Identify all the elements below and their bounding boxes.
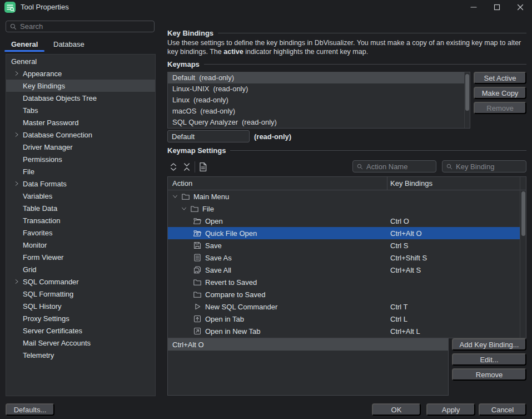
chevron-right-icon — [13, 70, 20, 77]
scrollbar-thumb[interactable] — [521, 191, 525, 236]
app-icon — [4, 2, 16, 13]
folder-icon — [193, 290, 202, 299]
keymap-item-linux-unix[interactable]: Linux-UNIX(read-only) — [168, 83, 464, 95]
save-icon — [193, 241, 202, 250]
remove-keymap-button: Remove — [474, 102, 526, 114]
sidebar-item-form-viewer[interactable]: Form Viewer — [6, 251, 155, 263]
make-copy-button[interactable]: Make Copy — [474, 87, 526, 99]
sidebar-item-variables[interactable]: Variables — [6, 190, 155, 202]
keymaps-scrollbar[interactable] — [464, 72, 470, 128]
sidebar-item-database-connection[interactable]: Database Connection — [6, 129, 155, 141]
edit-binding-button[interactable]: Edit... — [452, 353, 526, 366]
read-only-label: (read-only) — [254, 132, 291, 141]
minimize-button[interactable] — [462, 0, 485, 14]
sidebar-group-general: General — [6, 55, 155, 67]
sidebar-item-grid[interactable]: Grid — [6, 263, 155, 275]
sidebar-item-key-bindings[interactable]: Key Bindings — [6, 80, 155, 92]
chevron-right-icon — [13, 131, 20, 138]
tree-row-file[interactable]: File — [168, 203, 520, 215]
tab-general[interactable]: General — [11, 39, 38, 50]
sidebar-item-telemetry[interactable]: Telemetry — [6, 349, 155, 361]
search-input[interactable] — [20, 22, 151, 31]
save-as-icon — [193, 253, 202, 262]
tree-row-open-in-tab[interactable]: Open in Tab Ctrl L — [168, 313, 520, 325]
sidebar-item-proxy-settings[interactable]: Proxy Settings — [6, 312, 155, 324]
tree-row-save[interactable]: Save Ctrl S — [168, 239, 520, 252]
tab-database[interactable]: Database — [53, 39, 84, 50]
maximize-button[interactable] — [485, 0, 509, 14]
window-title: Tool Properties — [21, 0, 69, 14]
tree-row-revert-to-saved[interactable]: Revert to Saved — [168, 276, 520, 288]
sidebar-item-driver-manager[interactable]: Driver Manager — [6, 141, 155, 153]
sidebar-item-appearance[interactable]: Appearance — [6, 67, 155, 80]
keymap-item-linux[interactable]: Linux(read-only) — [168, 95, 464, 106]
binding-item[interactable]: Ctrl+Alt O — [168, 339, 448, 351]
close-button[interactable] — [509, 0, 532, 14]
sidebar-item-master-password[interactable]: Master Password — [6, 116, 155, 129]
table-scrollbar[interactable] — [520, 177, 526, 338]
tree-row-new-sql-commander[interactable]: New SQL Commander Ctrl T — [168, 300, 520, 313]
sidebar-item-file[interactable]: File — [6, 165, 155, 178]
sidebar-item-permissions[interactable]: Permissions — [6, 153, 155, 165]
scrollbar-thumb[interactable] — [465, 74, 469, 111]
sidebar-item-monitor[interactable]: Monitor — [6, 239, 155, 251]
sidebar-item-transaction[interactable]: Transaction — [6, 214, 155, 226]
set-active-button[interactable]: Set Active — [474, 72, 526, 84]
sidebar-item-tabs[interactable]: Tabs — [6, 104, 155, 116]
chevron-down-icon — [181, 205, 187, 212]
expand-all-icon[interactable] — [168, 162, 178, 172]
tree-row-compare-to-saved[interactable]: Compare to Saved — [168, 288, 520, 300]
export-icon[interactable] — [198, 162, 208, 172]
keymap-item-default[interactable]: Default(read-only) — [168, 72, 464, 83]
search-icon — [9, 23, 17, 31]
sidebar-item-favorites[interactable]: Favorites — [6, 226, 155, 239]
sidebar-item-table-data[interactable]: Table Data — [6, 202, 155, 214]
folder-open-icon — [193, 216, 202, 225]
collapse-all-icon[interactable] — [182, 162, 192, 172]
open-in-new-tab-icon — [193, 327, 202, 336]
tree-row-open-in-new-tab[interactable]: Open in New Tab Ctrl+Alt L — [168, 325, 520, 337]
section-key-bindings: Key Bindings — [167, 29, 526, 37]
section-keymap-settings: Keymap Settings — [167, 146, 526, 155]
sidebar-item-data-formats[interactable]: Data Formats — [6, 178, 155, 190]
table-header: Action Key Bindings — [168, 177, 526, 190]
save-all-icon — [193, 265, 202, 274]
apply-button[interactable]: Apply — [426, 403, 475, 416]
sidebar-item-server-certificates[interactable]: Server Certificates — [6, 324, 155, 337]
column-separator — [387, 177, 387, 190]
quick-open-icon — [193, 229, 202, 238]
keymap-item-sql-query-analyzer[interactable]: SQL Query Analyzer(read-only) — [168, 117, 464, 128]
search-field[interactable] — [6, 21, 155, 32]
search-icon — [446, 163, 453, 170]
action-name-filter[interactable] — [352, 160, 436, 172]
tree-row-save-as[interactable]: Save As Ctrl+Shift S — [168, 252, 520, 264]
search-icon — [356, 163, 364, 170]
keymap-item-macos[interactable]: macOS(read-only) — [168, 106, 464, 117]
action-bindings-list: Ctrl+Alt O — [167, 338, 449, 396]
sidebar-item-database-objects-tree[interactable]: Database Objects Tree — [6, 92, 155, 104]
ok-button[interactable]: OK — [372, 403, 421, 416]
tree-row-main-menu[interactable]: Main Menu — [168, 190, 520, 203]
keymap-name-input[interactable] — [172, 132, 245, 141]
key-binding-input[interactable] — [456, 162, 523, 171]
section-rule — [230, 150, 526, 151]
remove-binding-button[interactable]: Remove — [452, 368, 526, 381]
sidebar-item-sql-formatting[interactable]: SQL Formatting — [6, 288, 155, 300]
title-bar: Tool Properties — [0, 0, 532, 14]
key-binding-filter[interactable] — [442, 160, 526, 172]
tree-row-quick-file-open[interactable]: Quick File Open Ctrl+Alt O — [168, 227, 520, 239]
folder-icon — [181, 192, 190, 201]
window-controls — [462, 0, 532, 14]
sidebar-item-sql-commander[interactable]: SQL Commander — [6, 275, 155, 288]
keymap-name-field[interactable] — [167, 130, 250, 142]
defaults-button[interactable]: Defaults... — [6, 403, 54, 416]
tree-row-save-all[interactable]: Save All Ctrl+Alt S — [168, 264, 520, 276]
add-key-binding-button[interactable]: Add Key Binding... — [452, 338, 526, 351]
active-tab-underline — [4, 50, 44, 52]
sidebar-item-mail-server-accounts[interactable]: Mail Server Accounts — [6, 337, 155, 349]
sidebar-item-sql-history[interactable]: SQL History — [6, 300, 155, 312]
action-name-input[interactable] — [366, 162, 432, 171]
cancel-button[interactable]: Cancel — [479, 403, 526, 416]
chevron-right-icon — [13, 180, 20, 187]
tree-row-open[interactable]: Open Ctrl O — [168, 215, 520, 227]
